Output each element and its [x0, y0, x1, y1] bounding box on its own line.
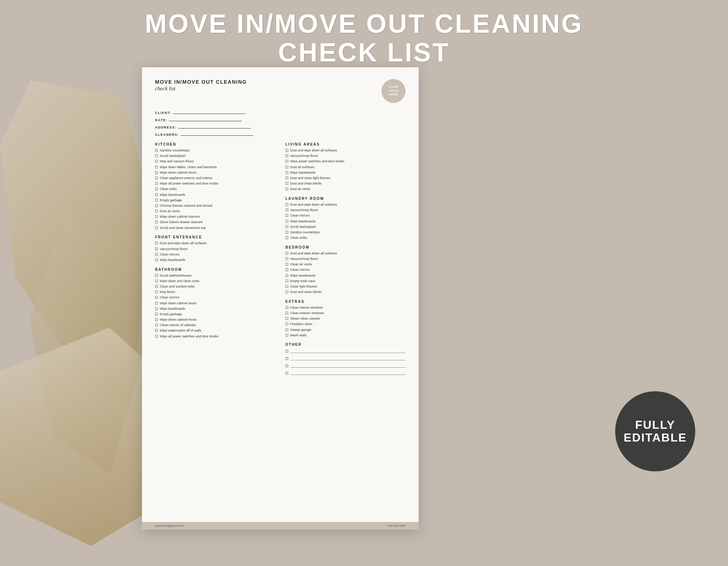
list-item: Wipe watermarks off of walls [155, 329, 275, 333]
doc-footer: youremail@gmail.com 333-333-3333 [142, 522, 419, 530]
checkbox[interactable] [155, 210, 158, 213]
list-item: Wipe baseboards [285, 274, 405, 278]
checkbox[interactable] [155, 166, 158, 169]
checkbox[interactable] [155, 226, 158, 229]
list-item: Clean interior windows [285, 306, 405, 310]
list-item: Chrome fixtures cleaned and shined [155, 204, 275, 208]
other-input-4[interactable] [290, 371, 405, 375]
checkbox[interactable] [155, 193, 158, 196]
checkbox[interactable] [285, 268, 288, 271]
input-cleaners[interactable] [181, 131, 253, 136]
list-item: Wipe down and clean sinks [155, 279, 275, 284]
checkbox[interactable] [285, 306, 288, 309]
item-text: Dust and clean light fixtures [290, 176, 331, 181]
checkbox[interactable] [155, 182, 158, 185]
checkbox[interactable] [155, 307, 158, 310]
checkbox[interactable] [285, 231, 288, 234]
item-text: Mop floors [160, 290, 175, 294]
item-text: Clean light fixtures [290, 285, 317, 289]
checkbox[interactable] [285, 182, 288, 185]
checkbox[interactable] [155, 313, 158, 316]
checkbox[interactable] [155, 221, 158, 223]
list-item: Wipe down cabinet doors [155, 171, 275, 175]
list-item: Wipe all power switches and door knobs [155, 182, 275, 186]
checkbox[interactable] [285, 149, 288, 152]
checkbox[interactable] [155, 204, 158, 207]
checkbox[interactable] [155, 171, 158, 174]
checkbox[interactable] [155, 160, 158, 163]
checkbox[interactable] [155, 280, 158, 282]
checkbox[interactable] [155, 302, 158, 305]
checkbox[interactable] [285, 160, 288, 163]
checkbox[interactable] [155, 154, 158, 157]
other-line-3 [285, 363, 405, 368]
checkbox[interactable] [155, 215, 158, 218]
checkbox[interactable] [155, 258, 158, 261]
item-text: Wipe all power switches and door knobs [160, 182, 218, 186]
checkbox[interactable] [155, 199, 158, 202]
checkbox[interactable] [285, 350, 288, 353]
checkbox[interactable] [285, 285, 288, 288]
checkbox[interactable] [285, 364, 288, 367]
checkbox[interactable] [285, 154, 288, 157]
checkbox[interactable] [285, 209, 288, 211]
list-item: Dust air vents [285, 187, 405, 191]
item-text: Vacuum/mop floors [290, 257, 318, 261]
list-item: Steam clean carpets [285, 317, 405, 321]
checkbox[interactable] [155, 187, 158, 190]
checkbox[interactable] [285, 214, 288, 217]
checkbox[interactable] [285, 263, 288, 266]
checkbox[interactable] [155, 177, 158, 179]
checkbox[interactable] [285, 280, 288, 282]
checkbox[interactable] [285, 334, 288, 337]
checkbox[interactable] [155, 149, 158, 152]
checkbox[interactable] [285, 357, 288, 360]
checkbox[interactable] [285, 166, 288, 169]
checkbox[interactable] [155, 335, 158, 338]
left-column: KITCHEN Sanitize countertops Scrub backs… [155, 142, 275, 380]
other-input-1[interactable] [290, 349, 405, 353]
item-text: Clean mirrors [160, 253, 179, 257]
list-item: Clean mirrors [155, 296, 275, 300]
list-item: Wipe baseboards [285, 171, 405, 175]
input-date[interactable] [169, 117, 242, 121]
checkbox[interactable] [155, 329, 158, 332]
title-line-2: CHECK LIST [278, 38, 450, 67]
checkbox[interactable] [285, 328, 288, 331]
item-text: Scrub bathtub/shower [160, 274, 192, 278]
item-text: Dust and clean blinds [290, 182, 321, 186]
checkbox[interactable] [285, 257, 288, 260]
checkbox[interactable] [285, 203, 288, 206]
checkbox[interactable] [285, 290, 288, 293]
checkbox[interactable] [285, 274, 288, 277]
checkbox[interactable] [285, 372, 288, 375]
checkbox[interactable] [285, 187, 288, 190]
checkbox[interactable] [285, 171, 288, 174]
input-client[interactable] [173, 110, 246, 114]
checkbox[interactable] [155, 324, 158, 326]
item-text: Wash walls [290, 333, 306, 338]
checkbox[interactable] [155, 290, 158, 293]
checkbox[interactable] [155, 248, 158, 250]
checkbox[interactable] [285, 322, 288, 325]
list-item: Clean exterior windows [285, 311, 405, 316]
list-item: Vacuum/mop floors [155, 247, 275, 252]
checkbox[interactable] [285, 177, 288, 179]
checkbox[interactable] [155, 274, 158, 277]
checkbox[interactable] [155, 253, 158, 256]
checkbox[interactable] [285, 317, 288, 320]
checkbox[interactable] [155, 285, 158, 288]
other-input-2[interactable] [290, 356, 405, 360]
item-text: Stove bottom drawer cleaned [160, 220, 202, 225]
checkbox[interactable] [285, 236, 288, 239]
checkbox[interactable] [155, 242, 158, 245]
other-input-3[interactable] [290, 363, 405, 368]
checkbox[interactable] [155, 318, 158, 321]
checkbox[interactable] [155, 296, 158, 299]
checkbox[interactable] [285, 220, 288, 223]
list-item: Empty garbage [155, 198, 275, 203]
checkbox[interactable] [285, 312, 288, 314]
input-address[interactable] [178, 124, 251, 128]
checkbox[interactable] [285, 252, 288, 255]
checkbox[interactable] [285, 225, 288, 228]
